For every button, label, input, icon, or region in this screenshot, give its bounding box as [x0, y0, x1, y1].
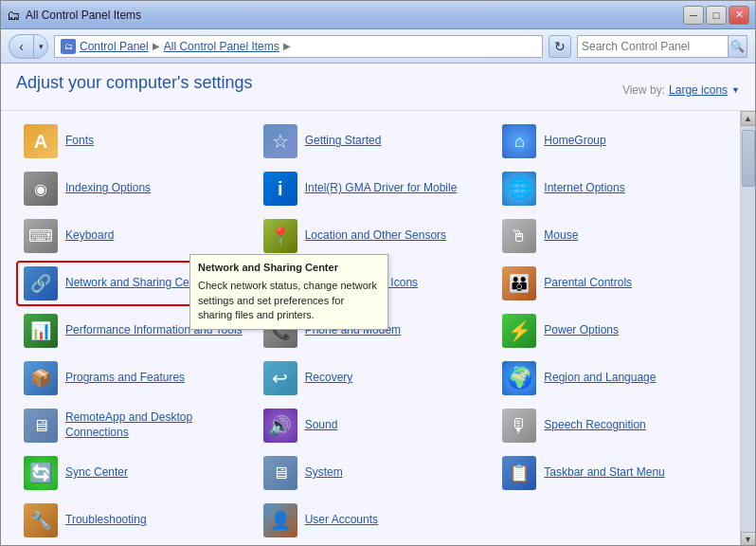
- icon-troubleshooting: 🔧: [24, 503, 58, 537]
- icon-remoteapp: 🖥: [24, 409, 58, 443]
- scroll-up-button[interactable]: ▲: [741, 111, 756, 126]
- maximize-button[interactable]: □: [706, 6, 727, 25]
- icon-region-language: 🌍: [502, 361, 536, 395]
- grid-item-troubleshooting[interactable]: 🔧Troubleshooting: [16, 498, 254, 543]
- tooltip-title: Network and Sharing Center: [198, 261, 380, 275]
- label-region-language: Region and Language: [544, 371, 656, 386]
- icon-network-sharing: 🔗: [24, 266, 58, 300]
- window-title: All Control Panel Items: [26, 9, 141, 22]
- address-breadcrumb[interactable]: 🗂 Control Panel ▶ All Control Panel Item…: [54, 35, 543, 58]
- icon-location-sensors: 📍: [263, 219, 297, 253]
- icon-speech-recognition: 🎙: [502, 409, 536, 443]
- icon-taskbar: 📋: [502, 456, 536, 490]
- forward-dropdown[interactable]: ▾: [33, 34, 48, 59]
- search-input[interactable]: [578, 40, 728, 53]
- close-button[interactable]: ✕: [729, 6, 749, 25]
- breadcrumb-arrow2: ▶: [283, 41, 291, 51]
- tooltip: Network and Sharing Center Check network…: [189, 254, 388, 330]
- grid-item-indexing-options[interactable]: ◉Indexing Options: [16, 166, 254, 211]
- label-internet-options: Internet Options: [544, 181, 624, 196]
- label-sound: Sound: [305, 418, 338, 433]
- icon-sync-center: 🔄: [24, 456, 58, 490]
- grid-item-speech-recognition[interactable]: 🎙Speech Recognition: [495, 403, 732, 448]
- label-mouse: Mouse: [544, 228, 578, 244]
- view-by-value[interactable]: Large icons: [669, 83, 728, 97]
- grid-item-taskbar[interactable]: 📋Taskbar and Start Menu: [495, 450, 732, 496]
- view-by-arrow-icon[interactable]: ▼: [731, 85, 740, 95]
- scroll-down-button[interactable]: ▼: [741, 532, 756, 546]
- grid-item-location-sensors[interactable]: 📍Location and Other Sensors: [256, 213, 494, 259]
- label-system: System: [305, 465, 343, 481]
- grid-item-parental-controls[interactable]: 👪Parental Controls: [495, 261, 732, 306]
- label-recovery: Recovery: [305, 371, 353, 386]
- grid-item-mouse[interactable]: 🖱Mouse: [495, 213, 732, 259]
- label-programs-features: Programs and Features: [65, 371, 185, 386]
- title-bar-left: 🗂 All Control Panel Items: [7, 8, 141, 23]
- search-button[interactable]: 🔍: [728, 36, 747, 57]
- label-indexing-options: Indexing Options: [65, 181, 151, 196]
- label-parental-controls: Parental Controls: [544, 276, 632, 291]
- icon-performance: 📊: [24, 314, 58, 348]
- icon-keyboard: ⌨: [24, 219, 58, 253]
- label-taskbar: Taskbar and Start Menu: [544, 465, 664, 481]
- grid-item-intel-gma[interactable]: iIntel(R) GMA Driver for Mobile: [256, 166, 494, 211]
- scroll-track[interactable]: [741, 126, 756, 532]
- title-bar: 🗂 All Control Panel Items ─ □ ✕: [1, 1, 755, 29]
- address-bar: ‹ ▾ 🗂 Control Panel ▶ All Control Panel …: [1, 29, 755, 64]
- grid-item-sync-center[interactable]: 🔄Sync Center: [16, 450, 254, 496]
- back-button[interactable]: ‹: [9, 34, 33, 59]
- icon-intel-gma: i: [263, 172, 297, 206]
- icon-mouse: 🖱: [502, 219, 536, 253]
- icon-programs-features: 📦: [24, 361, 58, 395]
- window-icon: 🗂: [7, 8, 20, 23]
- search-box: 🔍: [577, 35, 747, 58]
- label-speech-recognition: Speech Recognition: [544, 418, 645, 433]
- grid-item-keyboard[interactable]: ⌨Keyboard: [16, 213, 254, 259]
- label-keyboard: Keyboard: [65, 228, 114, 244]
- icon-recovery: ↩: [263, 361, 297, 395]
- page-title: Adjust your computer's settings: [16, 73, 253, 93]
- grid-item-system[interactable]: 🖥System: [256, 450, 494, 496]
- label-user-accounts: User Accounts: [305, 513, 378, 528]
- grid-item-user-accounts[interactable]: 👤User Accounts: [256, 498, 494, 543]
- grid-item-fonts[interactable]: AFonts: [16, 118, 254, 164]
- label-homegroup: HomeGroup: [544, 134, 605, 149]
- grid-item-homegroup[interactable]: ⌂HomeGroup: [495, 118, 732, 164]
- label-remoteapp: RemoteApp and Desktop Connections: [65, 410, 246, 440]
- icon-user-accounts: 👤: [263, 503, 297, 537]
- breadcrumb-part1[interactable]: Control Panel: [80, 40, 149, 53]
- icon-parental-controls: 👪: [502, 266, 536, 300]
- scroll-thumb[interactable]: [742, 130, 755, 187]
- grid-item-getting-started[interactable]: ☆Getting Started: [256, 118, 494, 164]
- label-location-sensors: Location and Other Sensors: [305, 228, 446, 244]
- breadcrumb-part2[interactable]: All Control Panel Items: [164, 40, 279, 53]
- grid-item-sound[interactable]: 🔊Sound: [256, 403, 494, 448]
- grid-item-power-options[interactable]: ⚡Power Options: [495, 308, 732, 354]
- nav-buttons: ‹ ▾: [9, 34, 48, 59]
- label-sync-center: Sync Center: [65, 465, 128, 481]
- grid-item-internet-options[interactable]: 🌐Internet Options: [495, 166, 732, 211]
- tooltip-description: Check network status, change network set…: [198, 279, 380, 322]
- icon-internet-options: 🌐: [502, 172, 536, 206]
- label-network-sharing: Network and Sharing Center: [65, 276, 208, 291]
- minimize-button[interactable]: ─: [683, 6, 704, 25]
- label-troubleshooting: Troubleshooting: [65, 513, 147, 528]
- refresh-button[interactable]: ↻: [549, 35, 571, 58]
- grid-item-remoteapp[interactable]: 🖥RemoteApp and Desktop Connections: [16, 403, 254, 448]
- grid-item-programs-features[interactable]: 📦Programs and Features: [16, 355, 254, 401]
- label-getting-started: Getting Started: [305, 134, 382, 149]
- label-fonts: Fonts: [65, 134, 94, 149]
- icon-indexing-options: ◉: [24, 172, 58, 206]
- title-bar-controls: ─ □ ✕: [683, 6, 749, 25]
- grid-item-region-language[interactable]: 🌍Region and Language: [495, 355, 732, 401]
- label-power-options: Power Options: [544, 323, 619, 338]
- icon-homegroup: ⌂: [502, 124, 536, 158]
- breadcrumb-arrow1: ▶: [153, 41, 160, 51]
- icon-sound: 🔊: [263, 409, 297, 443]
- view-by-label: View by:: [622, 83, 665, 97]
- main-header: Adjust your computer's settings View by:…: [1, 64, 755, 111]
- view-by-control: View by: Large icons ▼: [622, 83, 740, 97]
- icon-fonts: A: [24, 124, 58, 158]
- scrollbar[interactable]: ▲ ▼: [740, 111, 755, 546]
- grid-item-recovery[interactable]: ↩Recovery: [256, 355, 494, 401]
